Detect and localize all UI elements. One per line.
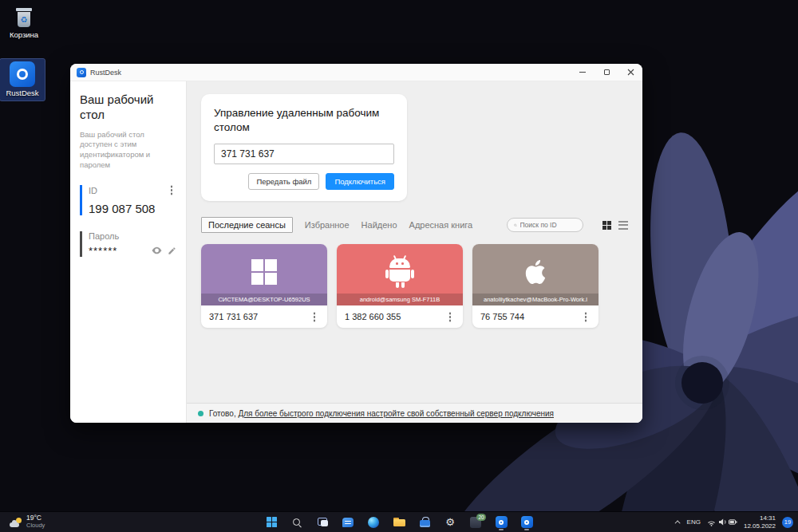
rustdesk-taskbar-button-1[interactable]	[494, 514, 508, 530]
status-bar: Готово, Для более быстрого подключения н…	[187, 403, 642, 423]
store-bag-icon	[420, 517, 430, 527]
search-box[interactable]	[507, 218, 583, 232]
language-indicator[interactable]: ENG	[687, 518, 701, 526]
app-icon: 20	[470, 517, 481, 528]
session-card-apple[interactable]: anatoliiytkachev@MacBook-Pro-Work.l 76 7…	[472, 244, 598, 328]
status-ready-text: Готово,	[209, 409, 236, 418]
search-input[interactable]	[520, 221, 576, 229]
window-title: RustDesk	[90, 69, 121, 77]
session-card-windows[interactable]: СИСТЕМА@DESKTOP-U6592US 371 731 637	[201, 244, 327, 328]
session-username: anatoliiytkachev@MacBook-Pro-Work.l	[472, 294, 598, 305]
show-password-eye-icon[interactable]	[152, 246, 162, 254]
settings-button[interactable]: ⚙	[443, 514, 457, 530]
rustdesk-logo-icon	[496, 516, 508, 528]
status-ready-dot-icon	[198, 411, 203, 416]
close-icon	[627, 69, 634, 76]
android-logo-icon	[385, 256, 414, 288]
start-button[interactable]	[264, 514, 279, 530]
tab-recent-sessions[interactable]: Последние сеансы	[201, 217, 293, 233]
minimize-button[interactable]	[571, 64, 595, 81]
device-id-value: 199 087 508	[89, 202, 176, 215]
minimize-icon	[579, 72, 586, 73]
maximize-button[interactable]	[595, 64, 618, 81]
weather-cloudy-icon	[10, 518, 22, 527]
tab-address-book[interactable]: Адресная книга	[409, 220, 473, 230]
file-explorer-button[interactable]	[392, 514, 406, 530]
edge-browser-button[interactable]	[366, 514, 381, 530]
edit-password-pencil-icon[interactable]	[168, 246, 176, 255]
clock[interactable]: 14:31 12.05.2022	[744, 514, 776, 530]
app-with-badge-button[interactable]: 20	[468, 514, 483, 530]
windows-logo-icon	[251, 259, 277, 285]
session-username: android@samsung SM-F711B	[337, 294, 463, 305]
close-button[interactable]	[618, 64, 642, 81]
password-block: Пароль ******	[80, 231, 176, 257]
task-view-button[interactable]	[315, 514, 330, 530]
remote-control-card: Управление удаленным рабочим столом Пере…	[201, 94, 407, 201]
sidebar: Ваш рабочий стол Ваш рабочий стол доступ…	[70, 81, 187, 423]
desktop-icon-recycle-bin[interactable]: ♻ Корзина	[2, 6, 46, 39]
windows-start-icon	[267, 517, 277, 527]
weather-condition: Cloudy	[26, 522, 45, 530]
rustdesk-logo-icon	[521, 516, 533, 528]
session-tabs: Последние сеансы Избранное Найдено Адрес…	[201, 217, 628, 233]
gear-icon: ⚙	[445, 517, 455, 527]
tray-overflow-chevron-icon[interactable]	[674, 520, 680, 526]
desktop-icon-label: Корзина	[2, 30, 46, 39]
session-card-android[interactable]: android@samsung SM-F711B 1 382 660 355	[337, 244, 463, 328]
chat-icon	[342, 518, 354, 527]
desktop-icon-rustdesk[interactable]: RustDesk	[0, 59, 45, 100]
remote-id-input[interactable]	[214, 144, 394, 164]
maximize-icon	[604, 69, 610, 75]
list-view-icon[interactable]	[618, 221, 628, 230]
rustdesk-taskbar-button-2[interactable]	[519, 514, 534, 530]
microsoft-store-button[interactable]	[417, 514, 432, 530]
edge-icon	[368, 517, 379, 528]
password-label: Пароль	[89, 231, 176, 241]
tab-favorites[interactable]: Избранное	[305, 220, 350, 230]
tray-time: 14:31	[760, 514, 776, 522]
tray-date: 12.05.2022	[744, 522, 776, 530]
search-icon	[514, 222, 517, 229]
window-titlebar[interactable]: RustDesk	[70, 64, 642, 81]
id-label: ID	[89, 186, 97, 195]
session-username: СИСТЕМА@DESKTOP-U6592US	[201, 294, 327, 305]
task-view-icon	[318, 518, 328, 526]
running-indicator	[524, 529, 529, 530]
session-id: 1 382 660 355	[345, 312, 401, 321]
taskbar: 19°C Cloudy ⚙ 20 ENG 14:	[0, 511, 798, 532]
tab-discovered[interactable]: Найдено	[361, 220, 397, 230]
id-menu-dots-icon[interactable]	[167, 185, 176, 196]
weather-widget[interactable]: 19°C Cloudy	[5, 512, 49, 532]
rustdesk-window: RustDesk Ваш рабочий стол Ваш рабочий ст…	[70, 64, 642, 423]
recycle-bin-icon: ♻	[14, 6, 34, 29]
main-panel: Управление удаленным рабочим столом Пере…	[187, 81, 642, 423]
rustdesk-logo-icon	[77, 68, 86, 77]
transfer-file-button[interactable]: Передать файл	[248, 173, 319, 190]
session-menu-dots-icon[interactable]	[581, 311, 591, 322]
network-volume-battery-icons[interactable]	[707, 518, 737, 526]
folder-icon	[393, 518, 405, 526]
session-menu-dots-icon[interactable]	[445, 311, 455, 322]
sidebar-heading: Ваш рабочий стол	[80, 93, 176, 123]
session-id: 371 731 637	[209, 312, 258, 321]
session-menu-dots-icon[interactable]	[310, 311, 319, 322]
rustdesk-logo-icon	[10, 61, 35, 87]
session-id: 76 755 744	[480, 312, 524, 321]
sidebar-description: Ваш рабочий стол доступен с этим идентиф…	[80, 130, 176, 171]
setup-server-link[interactable]: Для более быстрого подключения настройте…	[238, 409, 554, 418]
control-card-title: Управление удаленным рабочим столом	[214, 106, 394, 135]
notification-count-badge[interactable]: 19	[782, 517, 793, 528]
id-block: ID 199 087 508	[80, 185, 176, 215]
chat-button[interactable]	[341, 514, 355, 530]
session-cards: СИСТЕМА@DESKTOP-U6592US 371 731 637	[201, 244, 628, 328]
apple-logo-icon	[523, 260, 547, 284]
search-taskbar-button[interactable]	[290, 514, 304, 530]
grid-view-icon[interactable]	[602, 221, 612, 231]
desktop-icon-label: RustDesk	[0, 89, 45, 97]
password-value: ******	[89, 245, 117, 257]
app-badge-count: 20	[476, 514, 486, 521]
connect-button[interactable]: Подключиться	[326, 173, 394, 190]
search-icon	[292, 518, 302, 527]
running-indicator	[499, 529, 504, 530]
